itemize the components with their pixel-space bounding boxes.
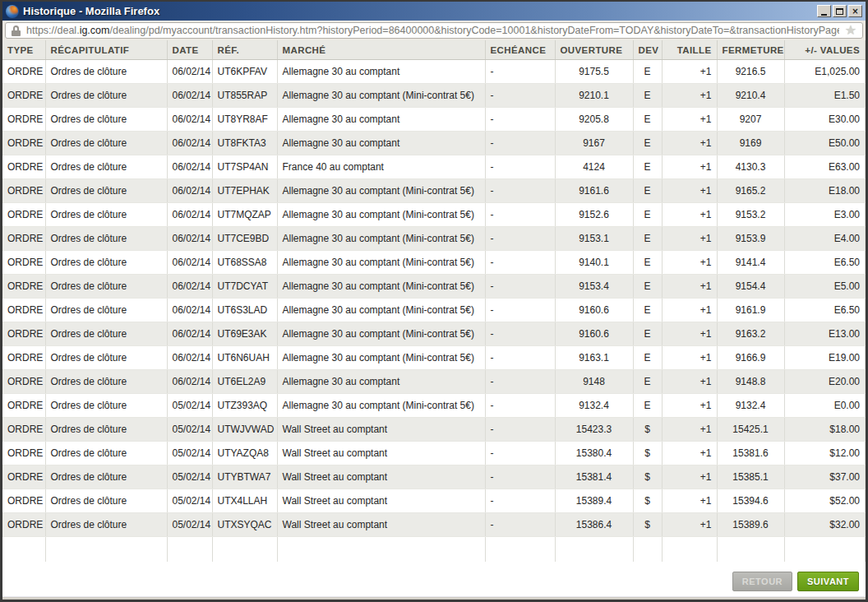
column-header-ouverture: OUVERTURE — [555, 40, 633, 60]
cell-values: E3.00 — [784, 203, 866, 227]
cell-marche: Allemagne 30 au comptant (Mini-contrat 5… — [277, 227, 485, 251]
url-rest: /dealing/pd/myaccount/transactionHistory… — [109, 25, 838, 36]
cell-taille: +1 — [662, 346, 717, 370]
cell-type: ORDRE — [2, 84, 45, 108]
cell-ref: UT7MQZAP — [212, 203, 277, 227]
cell-marche: Allemagne 30 au comptant (Mini-contrat 5… — [277, 84, 485, 108]
cell-type: ORDRE — [2, 418, 45, 442]
cell-echeance: - — [485, 299, 555, 322]
cell-ouverture: 15386.4 — [555, 513, 633, 537]
cell-ouverture: 9167 — [555, 132, 633, 155]
cell-dev: E — [633, 227, 662, 251]
table-row: ORDRE Ordres de clôture 06/02/14 UT6S3LA… — [2, 299, 866, 322]
cell-values: $32.00 — [784, 513, 866, 537]
table-row: ORDRE Ordres de clôture 05/02/14 UTX4LLA… — [2, 489, 866, 513]
cell-type: ORDRE — [2, 513, 45, 537]
cell-values: E1.50 — [784, 84, 866, 108]
close-button-icon[interactable]: × — [848, 5, 862, 17]
cell-taille: +1 — [662, 394, 717, 418]
cell-date: 06/02/14 — [167, 370, 212, 394]
url-input[interactable]: https://deal.ig.com/dealing/pd/myaccount… — [5, 22, 863, 39]
cell-echeance: - — [485, 513, 555, 537]
maximize-button-icon[interactable] — [833, 5, 847, 17]
cell-values: E0.00 — [784, 394, 866, 418]
cell-date: 06/02/14 — [167, 108, 212, 132]
cell-marche: Allemagne 30 au comptant — [277, 370, 485, 394]
filler-cell — [45, 537, 167, 562]
bookmark-star-icon[interactable]: ★ — [845, 24, 856, 37]
table-row: ORDRE Ordres de clôture 06/02/14 UT7SP4A… — [2, 155, 866, 179]
cell-fermeture: 9132.4 — [717, 394, 784, 418]
cell-type: ORDRE — [2, 394, 45, 418]
table-row: ORDRE Ordres de clôture 06/02/14 UT7DCYA… — [2, 275, 866, 299]
cell-ref: UT7CE9BD — [212, 227, 277, 251]
cell-ouverture: 9160.6 — [555, 299, 633, 322]
cell-type: ORDRE — [2, 322, 45, 346]
window-title: Historique - Mozilla Firefox — [23, 5, 159, 17]
column-header-echeance: ECHÉANCE — [485, 40, 555, 60]
cell-taille: +1 — [662, 227, 717, 251]
cell-recapitulatif: Ordres de clôture — [45, 108, 167, 132]
cell-type: ORDRE — [2, 489, 45, 513]
cell-values: E63.00 — [784, 155, 866, 179]
cell-echeance: - — [485, 275, 555, 299]
cell-marche: Allemagne 30 au comptant (Mini-contrat 5… — [277, 179, 485, 203]
cell-type: ORDRE — [2, 370, 45, 394]
suivant-button[interactable]: SUIVANT — [797, 572, 859, 591]
filler-cell — [784, 537, 866, 562]
lock-icon[interactable] — [12, 25, 21, 36]
cell-values: E20.00 — [784, 370, 866, 394]
cell-fermeture: 9207 — [717, 108, 784, 132]
cell-fermeture: 9165.2 — [717, 179, 784, 203]
filler-cell — [167, 537, 212, 562]
cell-echeance: - — [485, 108, 555, 132]
cell-ouverture: 9163.1 — [555, 346, 633, 370]
cell-fermeture: 15389.6 — [717, 513, 784, 537]
cell-ouverture: 15381.4 — [555, 465, 633, 489]
cell-ouverture: 9148 — [555, 370, 633, 394]
cell-echeance: - — [485, 60, 555, 84]
cell-echeance: - — [485, 227, 555, 251]
cell-values: $18.00 — [784, 418, 866, 442]
cell-ouverture: 4124 — [555, 155, 633, 179]
cell-ref: UT7DCYAT — [212, 275, 277, 299]
cell-echeance: - — [485, 394, 555, 418]
cell-echeance: - — [485, 155, 555, 179]
cell-echeance: - — [485, 179, 555, 203]
column-header-recapitulatif: RÉCAPITULATIF — [45, 40, 167, 60]
cell-date: 06/02/14 — [167, 299, 212, 322]
firefox-icon[interactable] — [6, 5, 19, 18]
minimize-button-icon[interactable] — [817, 5, 831, 17]
cell-echeance: - — [485, 322, 555, 346]
cell-marche: Allemagne 30 au comptant (Mini-contrat 5… — [277, 346, 485, 370]
column-header-values: +/- VALUES — [784, 40, 866, 60]
cell-ouverture: 9210.1 — [555, 84, 633, 108]
cell-dev: $ — [633, 489, 662, 513]
cell-values: E19.00 — [784, 346, 866, 370]
cell-values: E6.50 — [784, 299, 866, 322]
cell-dev: E — [633, 84, 662, 108]
cell-type: ORDRE — [2, 132, 45, 155]
table-row: ORDRE Ordres de clôture 06/02/14 UT8FKTA… — [2, 132, 866, 155]
cell-recapitulatif: Ordres de clôture — [45, 84, 167, 108]
cell-marche: Wall Street au comptant — [277, 418, 485, 442]
cell-date: 06/02/14 — [167, 84, 212, 108]
filler-cell — [633, 537, 662, 562]
retour-button[interactable]: RETOUR — [732, 572, 792, 591]
column-header-taille: TAILLE — [662, 40, 717, 60]
cell-ref: UT6EL2A9 — [212, 370, 277, 394]
cell-ref: UT8FKTA3 — [212, 132, 277, 155]
cell-echeance: - — [485, 132, 555, 155]
cell-dev: E — [633, 60, 662, 84]
cell-taille: +1 — [662, 251, 717, 275]
cell-dev: $ — [633, 513, 662, 537]
cell-date: 06/02/14 — [167, 155, 212, 179]
cell-fermeture: 15381.6 — [717, 442, 784, 465]
table-row: ORDRE Ordres de clôture 06/02/14 UT7EPHA… — [2, 179, 866, 203]
cell-type: ORDRE — [2, 251, 45, 275]
cell-fermeture: 9216.5 — [717, 60, 784, 84]
cell-fermeture: 9210.4 — [717, 84, 784, 108]
cell-fermeture: 9166.9 — [717, 346, 784, 370]
cell-fermeture: 9169 — [717, 132, 784, 155]
cell-recapitulatif: Ordres de clôture — [45, 155, 167, 179]
